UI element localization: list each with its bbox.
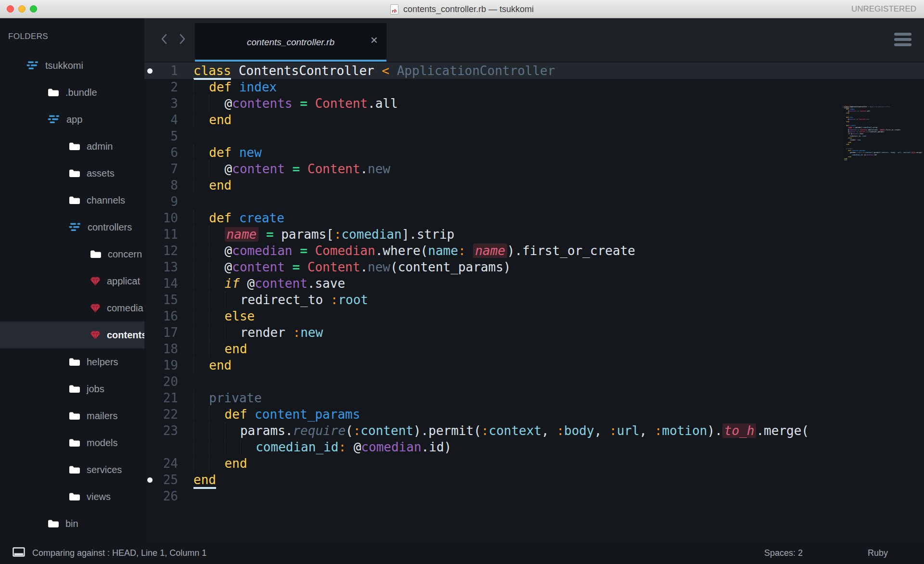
line-number bbox=[159, 439, 178, 455]
line-number: 5 bbox=[159, 128, 178, 144]
code-line[interactable]: comedian_id: @comedian.id) bbox=[144, 439, 924, 455]
code-line[interactable]: 4end bbox=[144, 112, 924, 128]
sidebar-item-bundle[interactable]: .bundle bbox=[0, 79, 144, 106]
code-text bbox=[178, 373, 193, 390]
line-number: 18 bbox=[159, 341, 178, 357]
gutter-spacer bbox=[144, 128, 159, 144]
code-area[interactable]: 1class ContentsController < ApplicationC… bbox=[144, 62, 924, 542]
gutter-dot-icon bbox=[144, 63, 159, 79]
code-line[interactable]: 10def create bbox=[144, 210, 924, 226]
sidebar-item-tsukkomi[interactable]: tsukkomi bbox=[0, 52, 144, 79]
open-folder-icon bbox=[48, 115, 60, 124]
sidebar-item-services[interactable]: services bbox=[0, 456, 144, 483]
code-line[interactable]: 2def index bbox=[144, 79, 924, 95]
sidebar-item-concern[interactable]: concern bbox=[0, 241, 144, 268]
folder-icon bbox=[48, 88, 59, 97]
indentation-status[interactable]: Spaces: 2 bbox=[764, 548, 803, 558]
line-number: 12 bbox=[159, 243, 178, 259]
code-line[interactable]: 21private bbox=[144, 390, 924, 406]
line-number: 7 bbox=[159, 161, 178, 177]
code-line[interactable]: 25end bbox=[144, 472, 924, 488]
title-bar: rb contents_controller.rb — tsukkomi UNR… bbox=[0, 0, 924, 18]
tab-close-icon[interactable]: × bbox=[371, 34, 378, 46]
code-text: render :new bbox=[178, 324, 323, 341]
code-text: else bbox=[178, 308, 255, 324]
line-number: 15 bbox=[159, 292, 178, 308]
sidebar-item-mailers[interactable]: mailers bbox=[0, 402, 144, 429]
code-line[interactable]: 13@content = Content.new(content_params) bbox=[144, 259, 924, 275]
gutter-spacer bbox=[144, 210, 159, 226]
code-text: @content = Content.new(content_params) bbox=[178, 259, 511, 275]
line-number: 8 bbox=[159, 177, 178, 193]
code-line[interactable]: 26 bbox=[144, 488, 924, 504]
ruby-icon bbox=[90, 277, 101, 286]
code-line[interactable]: 16else bbox=[144, 308, 924, 324]
gutter-spacer bbox=[144, 455, 159, 472]
overflow-menu-icon[interactable] bbox=[894, 33, 911, 46]
sidebar-item-app[interactable]: app bbox=[0, 106, 144, 133]
sidebar-item-assets[interactable]: assets bbox=[0, 160, 144, 187]
sidebar-item-helpers[interactable]: helpers bbox=[0, 348, 144, 375]
sidebar-item-models[interactable]: models bbox=[0, 429, 144, 456]
sidebar-item-label: controllers bbox=[88, 222, 132, 233]
sidebar-item-label: mailers bbox=[87, 410, 117, 422]
code-text: redirect_to :root bbox=[178, 292, 368, 308]
gutter-spacer bbox=[144, 324, 159, 341]
code-line[interactable]: 19end bbox=[144, 357, 924, 373]
unregistered-badge: UNREGISTERED bbox=[851, 0, 916, 18]
code-line[interactable]: 9 bbox=[144, 193, 924, 210]
code-line[interactable]: 11name = params[:comedian].strip bbox=[144, 226, 924, 243]
sidebar-item-comedia[interactable]: comedia bbox=[0, 295, 144, 321]
folder-icon bbox=[48, 519, 59, 528]
status-right: Spaces: 2 Ruby bbox=[764, 548, 924, 558]
sidebar-item-admin[interactable]: admin bbox=[0, 133, 144, 160]
code-text: params.require(:content).permit(:context… bbox=[178, 423, 809, 439]
sidebar-item-applicat[interactable]: applicat bbox=[0, 268, 144, 295]
sidebar-item-jobs[interactable]: jobs bbox=[0, 375, 144, 402]
code-line[interactable]: 18end bbox=[144, 341, 924, 357]
code-line[interactable]: 12@comedian = Comedian.where(name: name)… bbox=[144, 243, 924, 259]
code-line[interactable]: 7@content = Content.new bbox=[144, 161, 924, 177]
gutter-spacer bbox=[144, 406, 159, 423]
code-line[interactable]: 23params.require(:content).permit(:conte… bbox=[144, 423, 924, 439]
gutter-spacer bbox=[144, 292, 159, 308]
open-folder-icon bbox=[26, 61, 39, 70]
line-number: 9 bbox=[159, 193, 178, 210]
code-line[interactable]: 20 bbox=[144, 373, 924, 390]
back-icon[interactable] bbox=[159, 32, 169, 48]
line-number: 19 bbox=[159, 357, 178, 373]
panel-toggle-icon[interactable] bbox=[13, 547, 25, 559]
code-line[interactable]: 8end bbox=[144, 177, 924, 193]
git-compare-status: Comparing against : HEAD, Line 1, Column… bbox=[32, 548, 206, 558]
sidebar-item-views[interactable]: views bbox=[0, 483, 144, 510]
window-title: contents_controller.rb — tsukkomi bbox=[403, 4, 534, 14]
code-line[interactable]: 1class ContentsController < ApplicationC… bbox=[144, 63, 924, 79]
sidebar-item-bin[interactable]: bin bbox=[0, 510, 144, 537]
gutter-spacer bbox=[144, 112, 159, 128]
gutter-spacer bbox=[144, 177, 159, 193]
code-line[interactable]: 6def new bbox=[144, 144, 924, 161]
sidebar-item-label: comedia bbox=[107, 303, 143, 314]
sidebar-item-contents[interactable]: contents bbox=[0, 321, 144, 348]
tab-contents-controller[interactable]: contents_controller.rb × bbox=[195, 23, 386, 62]
code-text bbox=[178, 128, 193, 144]
code-line[interactable]: 14if @content.save bbox=[144, 275, 924, 292]
sidebar-item-label: .bundle bbox=[65, 87, 97, 98]
minimap[interactable]: 1class ContentsController < ApplicationC… bbox=[842, 106, 924, 169]
code-line[interactable]: 22def content_params bbox=[144, 406, 924, 423]
code-line[interactable]: 17render :new bbox=[144, 324, 924, 341]
status-left: Comparing against : HEAD, Line 1, Column… bbox=[13, 547, 206, 559]
code-line[interactable]: 5 bbox=[144, 128, 924, 144]
forward-icon[interactable] bbox=[177, 32, 188, 48]
code-line[interactable]: 15redirect_to :root bbox=[144, 292, 924, 308]
window-title-group: rb contents_controller.rb — tsukkomi bbox=[0, 0, 924, 18]
code-line[interactable]: 24end bbox=[144, 455, 924, 472]
gutter-spacer bbox=[144, 275, 159, 292]
ruby-icon bbox=[90, 304, 101, 313]
gutter-spacer bbox=[144, 226, 159, 243]
sidebar-item-channels[interactable]: channels bbox=[0, 187, 144, 214]
code-line[interactable]: 3@contents = Content.all bbox=[144, 95, 924, 112]
folder-icon bbox=[69, 465, 80, 474]
syntax-status[interactable]: Ruby bbox=[868, 548, 888, 558]
sidebar-item-controllers[interactable]: controllers bbox=[0, 214, 144, 241]
